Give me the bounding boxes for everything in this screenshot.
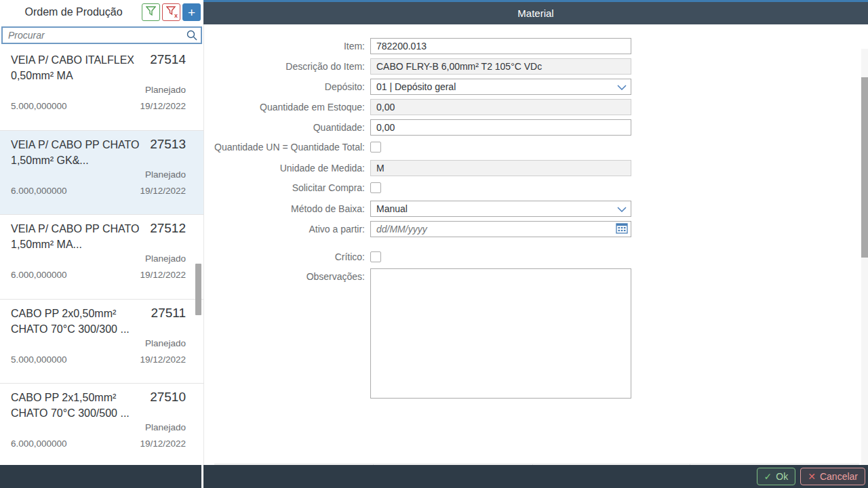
filter-button[interactable]: [142, 3, 160, 21]
list-item[interactable]: CABO PP 2x1,50mm² CHATO 70°C 300/500 ...…: [0, 384, 203, 464]
status-badge: Planejado: [145, 422, 186, 432]
issue-method-value: Manual: [376, 203, 408, 214]
warehouse-label: Depósito:: [204, 81, 370, 92]
search-icon[interactable]: [186, 30, 197, 43]
filter-clear-x: x: [174, 12, 178, 19]
list-item[interactable]: VEIA P/ CABO ITALFLEX 0,50mm² MA 27514 P…: [0, 46, 203, 131]
order-date: 19/12/2022: [140, 270, 186, 280]
page-title: Ordem de Produção: [5, 6, 142, 18]
date-placeholder: dd/MM/yyyy: [376, 224, 427, 235]
production-order-panel: Ordem de Produção x +: [0, 0, 203, 488]
cancel-button-label: Cancelar: [820, 471, 858, 482]
quantity-input[interactable]: 0,00: [370, 119, 631, 136]
dialog-title: Material: [517, 7, 553, 19]
quantity-label: Quantidade:: [204, 122, 370, 133]
request-purchase-label: Solicitar Compra:: [204, 182, 370, 193]
quantity-un-label: Quantidade UN = Quantidade Total:: [204, 142, 370, 152]
notes-label: Observações:: [204, 268, 370, 282]
list-item-selected[interactable]: VEIA P/ CABO PP CHATO 1,50mm² GK&... 275…: [0, 131, 203, 216]
check-icon: ✓: [764, 471, 772, 482]
clear-filter-button[interactable]: x: [162, 3, 180, 21]
order-date: 19/12/2022: [140, 101, 186, 111]
filter-icon: [146, 6, 156, 18]
order-number: 27513: [150, 137, 186, 168]
order-quantity: 6.000,000000: [11, 186, 67, 196]
item-description-label: Descrição do Item:: [204, 61, 370, 72]
notes-textarea[interactable]: [370, 268, 631, 399]
status-badge: Planejado: [145, 253, 186, 264]
list-item[interactable]: CABO PP 2x0,50mm² CHATO 70°C 300/300 ...…: [0, 300, 203, 384]
order-date: 19/12/2022: [140, 354, 186, 365]
active-from-label: Ativo a partir:: [204, 224, 370, 235]
ok-button[interactable]: ✓ Ok: [757, 468, 796, 485]
status-badge: Planejado: [145, 338, 186, 348]
order-number: 27511: [151, 306, 186, 337]
order-name: VEIA P/ CABO PP CHATO 1,50mm² GK&...: [11, 137, 144, 168]
order-name: VEIA P/ CABO PP CHATO 1,50mm² MA...: [11, 221, 144, 252]
warehouse-select[interactable]: 01 | Depósito geral: [370, 79, 631, 95]
item-description-field: CABO FLRY-B 6,00mm² T2 105°C VDc: [370, 58, 631, 75]
x-icon: ✕: [808, 471, 816, 482]
chevron-down-icon: [617, 203, 627, 214]
status-badge: Planejado: [145, 169, 186, 180]
active-from-date-input[interactable]: dd/MM/yyyy: [370, 221, 631, 237]
sidebar-header: Ordem de Produção x +: [0, 0, 203, 24]
order-name: VEIA P/ CABO ITALFLEX 0,50mm² MA: [11, 52, 144, 83]
order-name: CABO PP 2x1,50mm² CHATO 70°C 300/500 ...: [11, 390, 144, 421]
order-quantity: 6.000,000000: [11, 270, 67, 280]
request-purchase-checkbox[interactable]: [370, 182, 381, 193]
status-badge: Planejado: [145, 85, 186, 95]
dialog-header: Material: [203, 2, 868, 24]
order-quantity: 5.000,000000: [11, 354, 67, 365]
order-number: 27512: [150, 221, 186, 252]
dialog-scrollbar-thumb[interactable]: [861, 77, 868, 258]
item-input[interactable]: 782200.013: [370, 38, 631, 54]
cancel-button[interactable]: ✕ Cancelar: [800, 468, 865, 485]
plus-icon: +: [188, 6, 195, 19]
item-label: Item:: [204, 41, 370, 52]
critical-label: Crítico:: [204, 251, 370, 262]
stock-quantity-label: Quantidade em Estoque:: [204, 102, 370, 113]
sidebar-footer-bar: [0, 465, 201, 488]
dialog-body: Item: 782200.013 Descrição do Item: CABO…: [203, 24, 868, 465]
order-date: 19/12/2022: [140, 186, 186, 196]
stock-quantity-field: 0,00: [370, 99, 631, 115]
order-quantity: 5.000,000000: [11, 101, 67, 111]
unit-field: M: [370, 160, 631, 176]
search-input[interactable]: [1, 26, 202, 44]
issue-method-select[interactable]: Manual: [370, 201, 631, 217]
warehouse-value: 01 | Depósito geral: [376, 81, 456, 92]
material-dialog: Material Item: 782200.013 Descrição do I…: [203, 0, 868, 488]
calendar-icon[interactable]: [616, 222, 628, 236]
order-quantity: 6.000,000000: [11, 439, 67, 449]
chevron-down-icon: [617, 81, 627, 92]
order-number: 27514: [150, 52, 186, 83]
list-item[interactable]: VEIA P/ CABO PP CHATO 1,50mm² MA... 2751…: [0, 215, 203, 300]
dialog-footer-bar: ✓ Ok ✕ Cancelar: [203, 465, 868, 488]
issue-method-label: Método de Baixa:: [204, 203, 370, 214]
order-list: VEIA P/ CABO ITALFLEX 0,50mm² MA 27514 P…: [0, 46, 203, 464]
dialog-scrollbar-track[interactable]: [861, 49, 868, 488]
add-button[interactable]: +: [182, 3, 201, 21]
ok-button-label: Ok: [776, 471, 788, 482]
sidebar-scrollbar[interactable]: [195, 264, 201, 315]
order-name: CABO PP 2x0,50mm² CHATO 70°C 300/300 ...: [11, 306, 144, 337]
unit-label: Unidade de Medida:: [204, 163, 370, 174]
order-date: 19/12/2022: [140, 439, 186, 449]
quantity-un-checkbox[interactable]: [370, 142, 381, 152]
critical-checkbox[interactable]: [370, 251, 381, 262]
order-number: 27510: [150, 390, 186, 421]
